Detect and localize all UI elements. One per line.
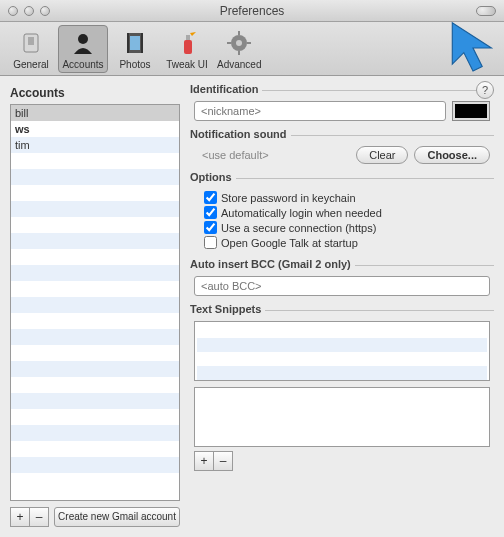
svg-rect-11: [238, 31, 240, 35]
svg-rect-12: [238, 51, 240, 55]
list-row-empty: [11, 185, 179, 201]
film-icon: [121, 29, 149, 57]
close-window-button[interactable]: [8, 6, 18, 16]
svg-rect-13: [227, 42, 231, 44]
list-row-empty: [11, 345, 179, 361]
option-label: Use a secure connection (https): [221, 222, 376, 234]
tab-tweak-ui[interactable]: Tweak UI: [162, 25, 212, 73]
svg-point-10: [236, 40, 242, 46]
checkbox[interactable]: [204, 191, 217, 204]
tab-label: Advanced: [217, 59, 261, 70]
gear-icon: [225, 29, 253, 57]
notification-default-text: <use default>: [194, 149, 350, 161]
notification-group: Notification sound <use default> Clear C…: [190, 135, 494, 168]
notification-heading: Notification sound: [190, 128, 291, 140]
nickname-input[interactable]: [194, 101, 446, 121]
create-gmail-button[interactable]: Create new Gmail account: [54, 507, 180, 527]
account-row[interactable]: ws: [11, 121, 179, 137]
color-well[interactable]: [452, 101, 490, 121]
toolbar-pill-button[interactable]: [476, 6, 496, 16]
remove-snippet-button[interactable]: –: [213, 451, 233, 471]
tab-general[interactable]: General: [6, 25, 56, 73]
list-row-empty: [11, 409, 179, 425]
tab-photos[interactable]: Photos: [110, 25, 160, 73]
identification-heading: Identification: [190, 83, 262, 95]
option-keychain[interactable]: Store password in keychain: [204, 191, 490, 204]
svg-rect-1: [28, 37, 34, 45]
switch-icon: [17, 29, 45, 57]
option-label: Automatically login when needed: [221, 207, 382, 219]
snippets-group: Text Snippets + –: [190, 310, 494, 527]
bcc-group: Auto insert BCC (Gmail 2 only): [190, 265, 494, 300]
option-google-talk[interactable]: Open Google Talk at startup: [204, 236, 490, 249]
checkbox[interactable]: [204, 236, 217, 249]
silhouette-icon: [69, 29, 97, 57]
tab-label: General: [13, 59, 49, 70]
titlebar: Preferences: [0, 0, 504, 22]
options-group: Options Store password in keychain Autom…: [190, 178, 494, 255]
list-row-empty: [11, 153, 179, 169]
detail-panel: Identification ? Notification sound <use…: [190, 86, 494, 527]
snippets-heading: Text Snippets: [190, 303, 265, 315]
list-row-empty: [11, 313, 179, 329]
toolbar: General Accounts Photos Tweak UI Advance…: [0, 22, 504, 76]
accounts-panel: Accounts bill ws tim: [10, 86, 180, 527]
list-row-empty: [11, 169, 179, 185]
snippets-list[interactable]: [194, 321, 490, 381]
list-row-empty: [11, 297, 179, 313]
list-row-empty: [11, 249, 179, 265]
account-row[interactable]: bill: [11, 105, 179, 121]
list-row-empty: [11, 329, 179, 345]
tab-advanced[interactable]: Advanced: [214, 25, 264, 73]
option-label: Store password in keychain: [221, 192, 356, 204]
list-row-empty: [11, 377, 179, 393]
checkbox[interactable]: [204, 221, 217, 234]
accounts-list[interactable]: bill ws tim: [10, 104, 180, 501]
svg-rect-7: [184, 40, 192, 54]
list-row-empty: [11, 201, 179, 217]
minimize-window-button[interactable]: [24, 6, 34, 16]
list-row-empty: [11, 393, 179, 409]
account-row[interactable]: tim: [11, 137, 179, 153]
list-row-empty: [11, 473, 179, 489]
option-https[interactable]: Use a secure connection (https): [204, 221, 490, 234]
list-row-empty: [11, 265, 179, 281]
accounts-heading: Accounts: [10, 86, 180, 100]
identification-group: Identification ?: [190, 90, 494, 125]
option-autologin[interactable]: Automatically login when needed: [204, 206, 490, 219]
tab-accounts[interactable]: Accounts: [58, 25, 108, 73]
svg-rect-14: [247, 42, 251, 44]
checkbox[interactable]: [204, 206, 217, 219]
choose-sound-button[interactable]: Choose...: [414, 146, 490, 164]
options-heading: Options: [190, 171, 236, 183]
svg-rect-8: [186, 35, 190, 40]
option-label: Open Google Talk at startup: [221, 237, 358, 249]
color-swatch: [455, 104, 487, 118]
svg-rect-5: [127, 33, 129, 53]
list-row-empty: [11, 457, 179, 473]
bcc-input[interactable]: [194, 276, 490, 296]
remove-account-button[interactable]: –: [29, 507, 49, 527]
list-row-empty: [11, 217, 179, 233]
spray-icon: [173, 29, 201, 57]
window-title: Preferences: [0, 4, 504, 18]
list-row-empty: [11, 441, 179, 457]
tab-label: Photos: [119, 59, 150, 70]
list-row-empty: [11, 281, 179, 297]
svg-rect-6: [141, 33, 143, 53]
tab-label: Tweak UI: [166, 59, 208, 70]
bcc-heading: Auto insert BCC (Gmail 2 only): [190, 258, 355, 270]
snippet-editor[interactable]: [194, 387, 490, 447]
zoom-window-button[interactable]: [40, 6, 50, 16]
svg-rect-4: [130, 36, 140, 50]
tab-label: Accounts: [62, 59, 103, 70]
list-row-empty: [11, 233, 179, 249]
help-button[interactable]: ?: [476, 81, 494, 99]
clear-sound-button[interactable]: Clear: [356, 146, 408, 164]
svg-point-2: [78, 34, 88, 44]
add-snippet-button[interactable]: +: [194, 451, 214, 471]
list-row-empty: [11, 425, 179, 441]
list-row-empty: [11, 361, 179, 377]
add-account-button[interactable]: +: [10, 507, 30, 527]
